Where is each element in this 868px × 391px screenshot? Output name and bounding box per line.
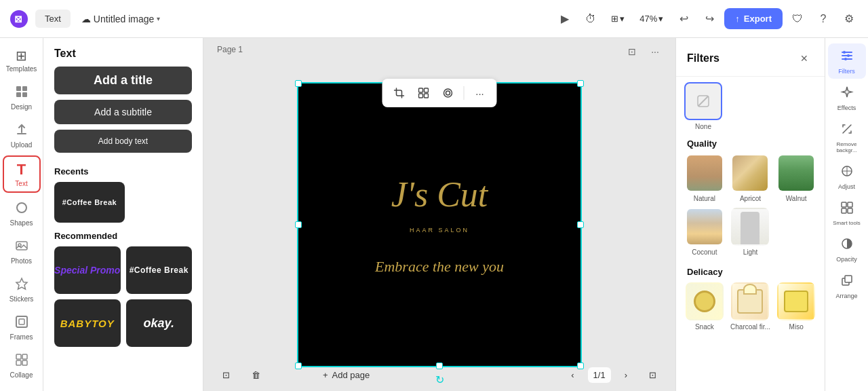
tab-text[interactable]: Text [35,10,71,28]
filter-item-apricot[interactable]: Apricot [730,154,771,202]
sidebar-item-frames[interactable]: Frames [3,310,41,345]
sidebar-item-design[interactable]: Design [3,79,41,115]
svg-rect-17 [419,94,423,98]
copy-icon: ⊡ [222,370,230,380]
list-item[interactable]: okay. [126,299,193,347]
shield-button[interactable]: 🛡 [787,8,808,30]
add-body-button[interactable]: Add body text [54,130,192,153]
filter-item-none[interactable]: None [684,82,722,130]
document-icon: ☁ [81,14,91,24]
more-options-button[interactable]: ··· [470,83,490,103]
filters-title: Filters [687,52,719,64]
delete-icon: 🗑 [252,370,260,380]
text-panel: Text Add a title Add a subtitle Add body… [43,38,203,391]
canvas-area: Page 1 ⊡ ··· [203,38,675,391]
delete-element-button[interactable]: 🗑 [243,366,269,384]
fullscreen-button[interactable]: ⊡ [641,366,665,384]
collage-icon [15,353,28,369]
add-title-button[interactable]: Add a title [54,67,192,94]
page-more-button[interactable]: ··· [646,42,665,61]
prev-page-button[interactable]: ‹ [563,366,582,384]
filter-item-miso[interactable]: Miso [776,282,816,331]
svg-rect-13 [16,360,21,365]
svg-rect-11 [16,354,21,359]
filter-item-charcoal[interactable]: Charcoal fir... [730,282,771,331]
timer-button[interactable]: ⏱ [580,8,601,30]
canvas-salon-sub: HAAR SALON [410,227,469,234]
resize-handle-tr[interactable] [577,80,584,87]
filter-item-walnut[interactable]: Walnut [776,154,816,202]
sidebar-item-photos[interactable]: Photos [3,234,41,269]
svg-point-6 [17,203,26,212]
filters-close-button[interactable]: ✕ [795,49,814,68]
help-button[interactable]: ? [812,8,834,30]
filter-item-coconut[interactable]: Coconut [684,208,725,256]
svg-rect-14 [22,360,27,365]
list-item[interactable]: #Coffee Break [126,246,193,294]
filter-item-natural[interactable]: Natural [684,154,725,202]
export-button[interactable]: ↑ Export [724,8,783,29]
sidebar-item-shapes[interactable]: Shapes [3,196,41,231]
right-strip-item-filters[interactable]: Filters [828,43,866,79]
add-subtitle-button[interactable]: Add a subtitle [54,100,192,124]
sidebar-item-label-stickers: Stickers [9,295,34,303]
sidebar-item-label-design: Design [11,103,32,111]
right-strip-label-opacity: Opacity [836,256,857,263]
filter-label-coconut: Coconut [692,248,717,256]
sidebar-item-collage[interactable]: Collage [3,348,41,383]
undo-button[interactable]: ↩ [673,8,694,30]
grid-button[interactable] [414,83,434,103]
filter-item-light[interactable]: Light [730,208,771,256]
view-options-button[interactable]: ⊞ ▾ [606,11,630,26]
right-strip-item-adjust[interactable]: Adjust [828,159,866,194]
canvas-frame[interactable]: ↻ J's Cut HAAR SALON Embrace the new you [297,82,582,367]
settings-button[interactable]: ⚙ [838,8,860,30]
right-strip-item-opacity[interactable]: Opacity [828,231,866,267]
filter-thumb-light [731,208,769,246]
svg-rect-33 [842,208,846,213]
list-item[interactable]: Special Promo [54,246,121,294]
filter-item-snack[interactable]: Snack [684,282,725,331]
delicacy-section-title: Delicacy [676,259,825,282]
crop-button[interactable] [389,83,410,103]
play-button[interactable]: ▶ [554,8,576,30]
resize-handle-ml[interactable] [295,221,302,228]
right-strip-item-remove-bg[interactable]: Remove backgr... [828,117,866,157]
sidebar-item-upload[interactable]: Upload [3,117,41,153]
copy-element-button[interactable]: ⊡ [214,366,238,384]
sidebar-item-templates[interactable]: ⊞ Templates [3,43,41,77]
frames-icon [15,315,28,331]
svg-rect-3 [22,86,27,91]
filename-display[interactable]: ☁ Untitled image ▾ [81,14,161,24]
right-strip-item-arrange[interactable]: Arrange [828,268,866,303]
svg-rect-37 [845,276,852,282]
next-page-button[interactable]: › [616,366,635,384]
right-strip-label-smart-tools: Smart tools [833,220,860,226]
sidebar-item-label-text: Text [15,180,27,187]
svg-rect-18 [425,94,429,98]
zoom-button[interactable]: 47% ▾ [634,11,669,26]
rec-special-promo-text: Special Promo [54,265,120,276]
resize-handle-mr[interactable] [577,221,584,228]
rec-coffee-break-text: #Coffee Break [130,265,189,275]
list-item[interactable]: BABYTOY [54,299,121,347]
sidebar-item-text[interactable]: T Text [3,155,41,193]
sidebar-item-label-frames: Frames [10,333,33,341]
right-strip-item-effects[interactable]: Effects [828,80,866,115]
design-icon [15,85,28,100]
resize-handle-tl[interactable] [295,80,302,87]
canva-logo[interactable]: ⊠ [8,8,30,30]
page-label: Page 1 [217,45,243,54]
zoom-chevron-icon: ▾ [658,14,663,24]
effects-button[interactable] [438,83,458,103]
add-page-label: Add page [332,370,370,380]
svg-point-27 [843,51,846,54]
list-item[interactable]: #Coffee Break [54,182,125,223]
page-thumbnail-button[interactable]: ⊡ [623,42,642,61]
canvas-salon-name: J's Cut [338,166,541,227]
svg-line-22 [698,96,708,106]
redo-button[interactable]: ↪ [698,8,720,30]
sidebar-item-stickers[interactable]: Stickers [3,272,41,307]
right-strip-item-smart-tools[interactable]: Smart tools [828,196,866,230]
add-page-button[interactable]: + Add page [315,366,378,384]
